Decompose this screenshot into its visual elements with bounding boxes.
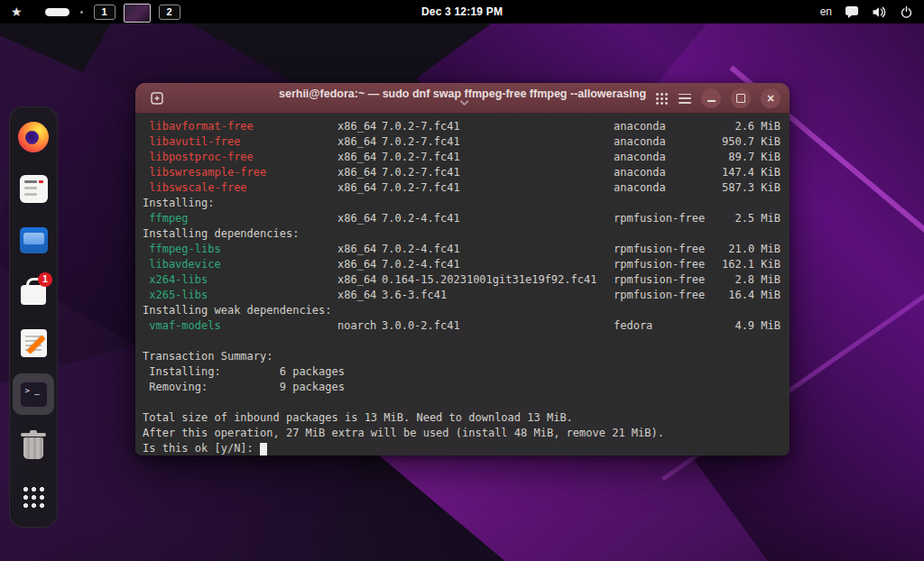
calendar-icon xyxy=(20,175,48,203)
dock-item-text-editor[interactable] xyxy=(13,322,54,363)
close-button[interactable]: × xyxy=(761,88,781,108)
top-bar: ★ 1 2 Dec 3 12:19 PM en xyxy=(0,0,924,23)
dock-item-firefox[interactable] xyxy=(13,116,54,158)
power-icon[interactable] xyxy=(900,5,913,19)
terminal-icon xyxy=(20,382,48,408)
dock-item-terminal[interactable] xyxy=(13,373,54,415)
dock: 1 xyxy=(9,106,58,528)
terminal-line: Total size of inbound packages is 13 MiB… xyxy=(143,410,782,426)
text-editor-icon xyxy=(21,329,47,357)
activities-star-icon[interactable]: ★ xyxy=(11,5,23,18)
terminal-cursor xyxy=(260,443,267,455)
software-icon xyxy=(21,285,46,305)
dock-item-software[interactable]: 1 xyxy=(13,271,54,312)
software-notification-badge: 1 xyxy=(38,272,52,287)
new-tab-button[interactable] xyxy=(146,87,168,109)
terminal-line: Transaction Summary: xyxy=(143,349,782,364)
workspace-1-button[interactable]: 1 xyxy=(94,5,116,20)
terminal-line: libavformat-freex86_647.0.2-7.fc41anacon… xyxy=(143,119,782,134)
terminal-line: x265-libsx86_643.6-3.fc41rpmfusion-free1… xyxy=(143,288,782,303)
terminal-line: vmaf-modelsnoarch3.0.0-2.fc41fedora4.9 M… xyxy=(143,318,782,334)
terminal-line: Installing: xyxy=(143,196,782,211)
terminal-line: libpostproc-freex86_647.0.2-7.fc41anacon… xyxy=(143,150,782,165)
terminal-line: libswresample-freex86_647.0.2-7.fc41anac… xyxy=(143,165,782,180)
terminal-line: libswscale-freex86_647.0.2-7.fc41anacond… xyxy=(143,180,782,196)
terminal-line: After this operation, 27 MiB extra will … xyxy=(143,426,782,441)
app-grid-icon xyxy=(22,485,46,510)
terminal-line: Installing dependencies: xyxy=(143,226,782,242)
keyboard-layout-indicator[interactable]: en xyxy=(820,5,832,18)
workspace-2-button[interactable]: 2 xyxy=(159,5,180,20)
window-preview-thumbnail[interactable] xyxy=(124,4,151,23)
dock-item-app-grid[interactable] xyxy=(13,476,54,518)
workspace-pill-indicator[interactable] xyxy=(45,8,69,16)
terminal-line: Removing: 9 packages xyxy=(143,380,782,395)
terminal-output[interactable]: libavformat-freex86_647.0.2-7.fc41anacon… xyxy=(135,114,790,455)
terminal-line: ffmpeg-libsx86_647.0.2-4.fc41rpmfusion-f… xyxy=(143,242,782,257)
desktop: ★ 1 2 Dec 3 12:19 PM en xyxy=(0,0,924,561)
clock[interactable]: Dec 3 12:19 PM xyxy=(421,5,503,18)
maximize-button[interactable] xyxy=(731,88,751,108)
terminal-line: ffmpegx86_647.0.2-4.fc41rpmfusion-free2.… xyxy=(143,211,782,226)
chat-icon[interactable] xyxy=(845,5,859,19)
dot-indicator xyxy=(80,11,83,14)
terminal-line xyxy=(143,395,782,410)
terminal-line: Installing weak dependencies: xyxy=(143,303,782,318)
dock-item-files[interactable] xyxy=(13,219,54,261)
minimize-button[interactable] xyxy=(701,88,721,108)
dock-item-trash[interactable] xyxy=(13,425,54,466)
trash-icon xyxy=(23,437,43,459)
dock-item-calendar[interactable] xyxy=(13,168,54,209)
menu-icon[interactable] xyxy=(679,94,691,104)
firefox-icon xyxy=(18,122,49,152)
files-icon xyxy=(20,227,48,253)
volume-icon[interactable] xyxy=(872,5,887,19)
terminal-line xyxy=(143,334,782,349)
tab-overview-grid-icon[interactable] xyxy=(655,92,669,106)
terminal-line: x264-libsx86_640.164-15.20231001git31e19… xyxy=(143,272,782,288)
terminal-line: libavutil-freex86_647.0.2-7.fc41anaconda… xyxy=(143,134,782,150)
terminal-line: libavdevicex86_647.0.2-4.fc41rpmfusion-f… xyxy=(143,257,782,272)
terminal-line: Is this ok [y/N]: xyxy=(143,441,782,455)
terminal-titlebar[interactable]: serhii@fedora:~ — sudo dnf swap ffmpeg-f… xyxy=(135,83,790,114)
terminal-line: Installing: 6 packages xyxy=(143,364,782,380)
terminal-window: serhii@fedora:~ — sudo dnf swap ffmpeg-f… xyxy=(135,83,790,455)
